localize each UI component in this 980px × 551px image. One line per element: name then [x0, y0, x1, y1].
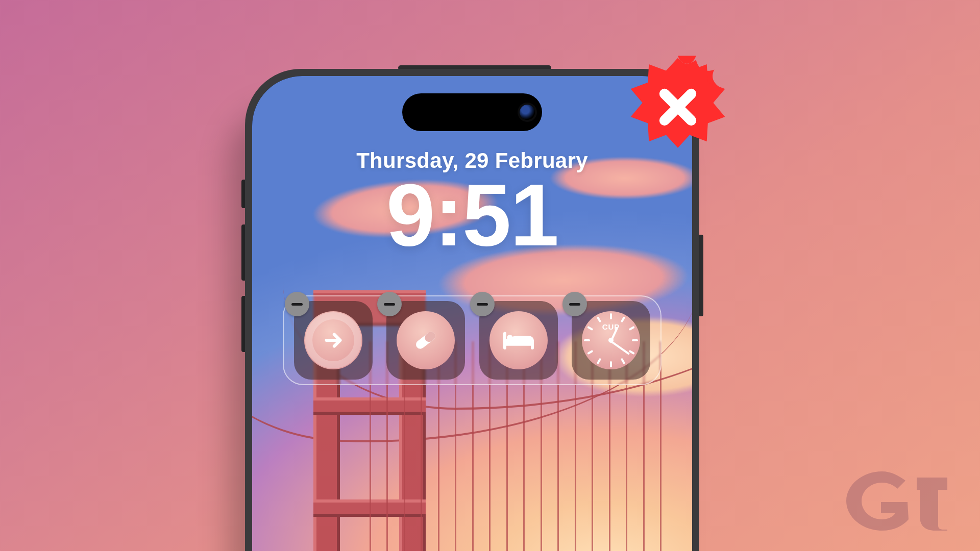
widget-medication[interactable] [386, 301, 465, 380]
x-icon [656, 86, 699, 129]
bed-icon [489, 311, 548, 369]
clock-face-icon: CUP [582, 311, 640, 369]
lockscreen-time: 9:51 [252, 171, 692, 259]
arrow-right-icon [305, 312, 361, 368]
widget-world-clock[interactable]: CUP [572, 301, 650, 380]
remove-widget-button[interactable] [470, 292, 495, 316]
widget-tray[interactable]: CUP [283, 295, 662, 385]
brand-logo [833, 464, 955, 536]
svg-point-2 [507, 335, 512, 340]
minus-icon [291, 303, 303, 306]
minus-icon [384, 303, 395, 306]
remove-widget-button[interactable] [562, 292, 587, 316]
dynamic-island [402, 93, 542, 131]
minus-icon [569, 303, 580, 306]
pill-icon [397, 311, 455, 369]
widget-shortcut[interactable] [294, 301, 373, 380]
front-camera-icon [520, 105, 535, 120]
hero-image: Thursday, 29 February 9:51 [0, 0, 980, 551]
remove-widget-button[interactable] [285, 292, 309, 316]
error-x-badge [624, 54, 731, 161]
widget-sleep[interactable] [479, 301, 558, 380]
remove-widget-button[interactable] [377, 292, 402, 316]
minus-icon [477, 303, 488, 306]
